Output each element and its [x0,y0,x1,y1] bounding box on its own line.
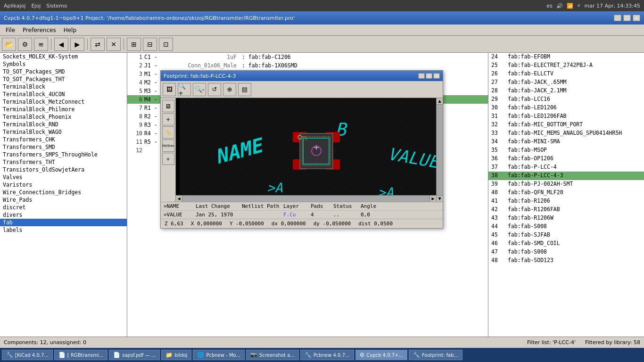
fp-row-48[interactable]: 48 fab:fab-SOD123 [488,256,644,265]
library-item-to-sot-smd[interactable]: TO_SOT_Packages_SMD [0,68,127,75]
library-item-fab[interactable]: fab [0,219,127,226]
fp-row-29[interactable]: 29 fab:fab-LCC16 [488,95,644,104]
filtered-count: Filtered by library: 58 [585,339,640,346]
fp-row-43[interactable]: 43 fab:fab-R1206W [488,214,644,222]
library-item-labels[interactable]: labels [0,226,127,234]
library-item-terminal-block-metz[interactable]: TerminalBlock_MetzConnect [0,98,127,106]
library-item-terminal-block-4ucon[interactable]: TerminalBlock_4UCON [0,90,127,98]
taskbar-screenshot[interactable]: 📷 Screenshot a... [246,350,299,360]
modal-zoom-out-button[interactable]: 🔍- [193,83,206,96]
modal-select-button[interactable]: ⊕ [223,83,236,96]
modal-close-button[interactable]: × [433,73,440,79]
component-list-button[interactable]: ≡ [34,38,48,51]
prev-button[interactable]: ◀ [54,38,68,51]
library-item-discret[interactable]: discret [0,204,127,211]
fp-row-34[interactable]: 34 fab:fab-MINI-SMA [488,138,644,146]
library-item-wire-pads[interactable]: Wire_Pads [0,196,127,204]
modal-grid-button[interactable]: ▤ [238,83,251,96]
fp-row-47[interactable]: 47 fab:fab-S008 [488,248,644,256]
modal-scrollbar[interactable]: ▲ ▼ [436,98,443,202]
side-unit-btn[interactable]: mm↔ [162,140,174,152]
fp-row-44[interactable]: 44 fab:fab-S008 [488,222,644,231]
fp-row-27[interactable]: 27 fab:fab-JACK_.65MM [488,78,644,87]
view-selected-button[interactable]: ⊟ [143,38,157,51]
fp-row-26[interactable]: 26 fab:fab-ELLCTV [488,70,644,78]
library-item-terminal-block-phil[interactable]: TerminalBlock_Philmore [0,106,127,113]
modal-minimize-button[interactable]: _ [418,73,425,79]
library-item-transformers-tht[interactable]: Transformers_THT [0,158,127,166]
side-cursor-btn[interactable]: ✛ [162,113,174,125]
fp-row-33[interactable]: 33 fab:fab-MIC_MEMS_ANALOG_SPU0414HR5H [488,129,644,138]
assign-button[interactable]: ⇄ [91,38,105,51]
next-button[interactable]: ▶ [70,38,84,51]
taskbar-rgbtransmi[interactable]: 📄 [ RGBtransmi... [54,350,107,360]
library-item-symbols[interactable]: Symbols [0,60,127,68]
side-image-btn[interactable]: 🖼 [162,100,174,112]
library-item-transformers-chk[interactable]: Transformers_CHK [0,136,127,143]
taskbar-pcbnew[interactable]: 🌐 Pcbnew - Mo... [193,350,245,360]
taskbar-pcbnew2[interactable]: 🔧 Pcbnew 4.0.7... [300,350,354,360]
library-item-terminal-block[interactable]: TerminalBlock [0,83,127,90]
taskbar-bildoj[interactable]: 📁 bildoj [161,350,191,360]
component-row-1[interactable]: 1 C1 - 1uF : fab:fab-C1206 [127,53,488,61]
taskbar-cvpcb[interactable]: ⚙ Cvpcb 4.0.7+... [355,350,407,360]
library-item-terminal-block-phoenix[interactable]: TerminalBlock_Phoenix [0,113,127,121]
fp-row-24[interactable]: 24 fab:fab-EFOBM [488,53,644,61]
modal-zoom-in-button[interactable]: 🔍+ [178,83,191,96]
fp-row-30[interactable]: 30 fab:fab-LED1206 [488,104,644,112]
coord-dy: dy -0,050000 [314,221,351,227]
library-item-to-sot-tht[interactable]: TO_SOT_Packages_THT [0,75,127,83]
taskbar-kicad[interactable]: 🔧 [KiCad 4.0.7... [2,350,53,360]
fp-row-25[interactable]: 25 fab:fab-ELECTRET_2742PBJ-A [488,61,644,70]
open-button[interactable]: 📂 [2,38,16,51]
taskbar-footprint[interactable]: 🔧 Footprint: fab... [409,350,462,360]
library-item-sockets[interactable]: Sockets_MOLEX_KK-System [0,53,127,60]
side-origin-btn[interactable]: + [162,153,174,165]
library-item-varistors[interactable]: Varistors [0,181,127,189]
library-item-divers[interactable]: divers [0,211,127,219]
fp-row-39[interactable]: 39 fab:fab-PJ-002AH-SMT [488,180,644,189]
fp-row-42[interactable]: 42 fab:fab-R1206FAB [488,206,644,214]
fp-row-46[interactable]: 46 fab:fab-SMD_COIL [488,239,644,248]
minimize-button[interactable]: _ [614,15,621,21]
maximize-button[interactable]: □ [623,15,631,21]
library-item-terminal-block-rnd[interactable]: TerminalBlock_RND [0,121,127,128]
fp-row-32[interactable]: 32 fab:fab-MIC_BOTTOM_PORT [488,121,644,129]
taskbar-sapsf[interactable]: 📄 sapsf.pdf — ... [109,350,160,360]
app-menu-ejoj[interactable]: Ejoj [31,3,41,9]
modal-rotate-button[interactable]: ↺ [208,83,221,96]
library-item-wire-connections[interactable]: Wire_Connections_Bridges [0,189,127,196]
toolbar-separator-2 [87,39,88,50]
view-all-button[interactable]: ⊞ [127,38,141,51]
library-item-transformers-smd[interactable]: Transformers_SMD [0,143,127,151]
fp-row-36[interactable]: 36 fab:fab-OP1206 [488,155,644,163]
side-measure-btn[interactable]: 📏 [162,126,174,139]
menu-file[interactable]: File [2,26,19,34]
library-item-terminal-block-wago[interactable]: TerminalBlock_WAGO [0,128,127,136]
modal-maximize-button[interactable]: □ [426,73,432,79]
library-item-transistors[interactable]: Transistors_OldSowjetAera [0,166,127,173]
app-menu-aplikajoj[interactable]: Aplikajoj [4,3,25,9]
library-item-transformers-smps[interactable]: Transformers_SMPS_ThroughHole [0,151,127,158]
library-item-valves[interactable]: Valves [0,173,127,181]
fp-row-37[interactable]: 37 fab:fab-P-LCC-4 [488,163,644,172]
fp-row-35[interactable]: 35 fab:fab-MSOP [488,146,644,155]
fp-row-31[interactable]: 31 fab:fab-LED1206FAB [488,112,644,121]
menu-help[interactable]: Help [60,26,80,34]
menu-preferences[interactable]: Preferences [19,26,60,34]
footprint-view-button[interactable]: ⊡ [159,38,173,51]
close-button[interactable]: × [633,15,640,21]
fp-row-45[interactable]: 45 fab:fab-SJFAB [488,231,644,239]
left-panel-library-list[interactable]: Sockets_MOLEX_KK-System Symbols TO_SOT_P… [0,53,127,337]
modal-image-button[interactable]: 🖼 [163,83,176,96]
app-menu-sistemo[interactable]: Sistemo [46,3,67,9]
fp-row-28[interactable]: 28 fab:fab-JACK_2.1MM [488,87,644,95]
modal-hscrollbar[interactable]: ◀ ▶ [176,195,436,202]
fp-row-40[interactable]: 40 fab:fab-QFN_MLF20 [488,189,644,197]
fp-row-41[interactable]: 41 fab:fab-R1206 [488,197,644,206]
settings-button[interactable]: ⚙ [18,38,32,51]
right-panel-footprint-list[interactable]: 24 fab:fab-EFOBM 25 fab:fab-ELECTRET_274… [488,53,644,337]
clear-button[interactable]: ✕ [107,38,121,51]
component-row-2[interactable]: 2 J1 - Conn_01x06_Male : fab:fab-1X06SMD [127,61,488,70]
fp-row-38[interactable]: 38 fab:fab-P-LCC-4-3 [488,172,644,180]
